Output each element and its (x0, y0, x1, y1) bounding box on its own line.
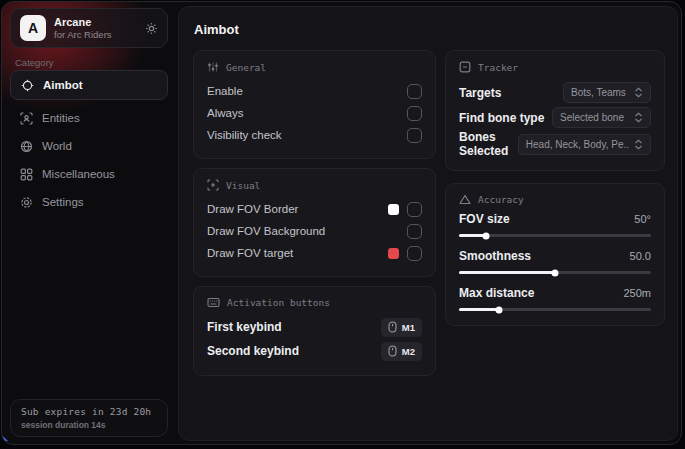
card-title: Accuracy (478, 194, 524, 205)
slider-row-smoothness: Smoothness 50.0 (459, 249, 651, 274)
card-title: Visual (226, 180, 260, 191)
max-distance-slider[interactable] (459, 308, 651, 311)
slider-value: 250m (623, 287, 651, 299)
bones-selected-dropdown[interactable]: Head, Neck, Body, Pe.. (518, 134, 651, 155)
sidebar-item-label: Aimbot (43, 79, 83, 91)
gear-icon[interactable] (145, 22, 158, 35)
fov-border-color-swatch[interactable] (388, 204, 399, 215)
keybind-value: M2 (402, 346, 415, 357)
setting-row-enable: Enable (207, 80, 422, 102)
card-title: General (226, 62, 266, 73)
find-bone-type-dropdown[interactable]: Selected bone (552, 107, 651, 128)
settings-gear-icon (20, 196, 33, 209)
accuracy-card-header: Accuracy (459, 194, 651, 205)
sidebar-item-label: Settings (42, 196, 84, 208)
row-label: FOV size (459, 212, 510, 226)
sub-expiry-text: Sub expires in 23d 20h (21, 406, 157, 417)
category-label: Category (15, 57, 54, 68)
general-card: General Enable Always Visibility check (193, 50, 436, 159)
dropdown-value: Selected bone (560, 112, 624, 123)
setting-row-visibility-check: Visibility check (207, 124, 422, 146)
chevron-up-down-icon (634, 112, 643, 123)
app-window: A Arcane for Arc Riders Category (1, 1, 682, 445)
keyboard-icon (207, 297, 220, 308)
card-title: Tracker (478, 62, 518, 73)
enable-checkbox[interactable] (407, 84, 422, 99)
slider-value: 50° (634, 213, 651, 225)
fov-target-color-swatch[interactable] (388, 248, 399, 259)
sidebar-nav: Aimbot Entities (10, 70, 168, 216)
visibility-check-checkbox[interactable] (407, 128, 422, 143)
row-label: Bones Selected (459, 130, 518, 158)
fov-background-checkbox[interactable] (407, 224, 422, 239)
row-label: Targets (459, 86, 501, 100)
globe-icon (20, 140, 33, 153)
slider-thumb[interactable] (552, 269, 559, 276)
brand-title: Arcane (54, 16, 112, 29)
visual-card: Visual Draw FOV Border Draw FOV Backgrou… (193, 168, 436, 277)
right-column: Tracker Targets Bots, Teams Find bone ty… (445, 50, 665, 326)
row-label: First keybind (207, 320, 282, 334)
chevron-up-down-icon (634, 87, 643, 98)
grid-icon (20, 168, 33, 181)
setting-row-find-bone-type: Find bone type Selected bone (459, 105, 651, 130)
slider-fill (459, 308, 499, 311)
slider-thumb[interactable] (496, 306, 503, 313)
left-column: General Enable Always Visibility check (193, 50, 436, 376)
sidebar: A Arcane for Arc Riders Category (2, 2, 177, 444)
row-label: Visibility check (207, 129, 282, 141)
setting-row-first-keybind: First keybind M1 (207, 315, 422, 339)
row-label: Max distance (459, 286, 534, 300)
dropdown-value: Bots, Teams (571, 87, 626, 98)
session-duration-text: session duration 14s (21, 420, 157, 430)
visual-card-header: Visual (207, 179, 422, 191)
row-label: Draw FOV target (207, 247, 293, 259)
sidebar-item-label: Miscellaneous (42, 168, 115, 180)
crosshair-icon (21, 79, 34, 92)
general-card-header: General (207, 61, 422, 73)
fov-size-slider[interactable] (459, 234, 651, 237)
main-panel: Aimbot General (178, 6, 678, 441)
setting-row-second-keybind: Second keybind M2 (207, 339, 422, 363)
slider-row-max-distance: Max distance 250m (459, 286, 651, 311)
sidebar-item-label: World (42, 140, 72, 152)
page-title: Aimbot (194, 22, 665, 37)
row-label: Draw FOV Border (207, 203, 298, 215)
row-label: Second keybind (207, 344, 299, 358)
setting-row-fov-background: Draw FOV Background (207, 220, 422, 242)
slider-thumb[interactable] (482, 232, 489, 239)
dropdown-value: Head, Neck, Body, Pe.. (526, 139, 629, 150)
second-keybind-button[interactable]: M2 (381, 342, 422, 361)
fov-target-checkbox[interactable] (407, 246, 422, 261)
sidebar-item-label: Entities (42, 112, 80, 124)
tracker-card: Tracker Targets Bots, Teams Find bone ty… (445, 50, 665, 171)
slider-fill (459, 271, 555, 274)
row-label: Smoothness (459, 249, 531, 263)
sidebar-item-world[interactable]: World (10, 132, 168, 160)
tracker-card-header: Tracker (459, 61, 651, 73)
slider-value: 50.0 (630, 250, 651, 262)
chevron-up-down-icon (634, 139, 643, 150)
card-title: Activation buttons (227, 297, 330, 308)
mouse-icon (388, 345, 397, 357)
accuracy-card: Accuracy FOV size 50° (445, 183, 665, 326)
slider-row-fov-size: FOV size 50° (459, 212, 651, 237)
sidebar-item-settings[interactable]: Settings (10, 188, 168, 216)
subscription-status-card: Sub expires in 23d 20h session duration … (10, 399, 168, 437)
row-label: Find bone type (459, 111, 544, 125)
sidebar-item-miscellaneous[interactable]: Miscellaneous (10, 160, 168, 188)
frame-minus-icon (459, 61, 471, 73)
sidebar-item-aimbot[interactable]: Aimbot (10, 70, 168, 100)
fov-border-checkbox[interactable] (407, 202, 422, 217)
brand-subtitle: for Arc Riders (54, 29, 112, 40)
row-label: Draw FOV Background (207, 225, 325, 237)
entities-scan-icon (20, 112, 33, 125)
always-checkbox[interactable] (407, 106, 422, 121)
keybind-value: M1 (402, 322, 415, 333)
first-keybind-button[interactable]: M1 (381, 318, 422, 337)
targets-dropdown[interactable]: Bots, Teams (563, 82, 651, 103)
brand-text: Arcane for Arc Riders (54, 16, 112, 40)
sidebar-item-entities[interactable]: Entities (10, 104, 168, 132)
setting-row-fov-border: Draw FOV Border (207, 198, 422, 220)
smoothness-slider[interactable] (459, 271, 651, 274)
